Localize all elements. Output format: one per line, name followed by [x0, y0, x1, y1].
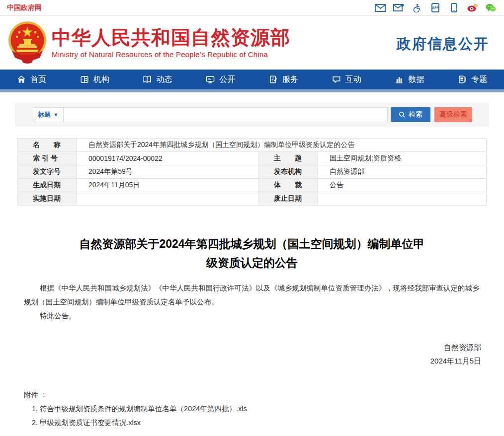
ministry-title-en: Ministry of Natural Resources of the Peo…	[52, 50, 290, 59]
search-field-selector[interactable]: 标题 ▼	[33, 107, 64, 122]
interact-icon	[332, 75, 341, 84]
attachment-link[interactable]: 1. 符合甲级规划资质条件的规划编制单位名单（2024年第四批）.xls	[32, 402, 480, 416]
app-icon[interactable]: APP	[430, 3, 441, 13]
home-icon	[17, 75, 26, 84]
signature-date: 2024年11月5日	[0, 354, 481, 367]
meta-value-effective	[77, 192, 259, 206]
mail-icon[interactable]	[375, 3, 386, 13]
signature-block: 自然资源部 2024年11月5日	[0, 341, 481, 367]
nav-item-disclosure[interactable]: 公开	[189, 70, 252, 89]
nav-item-org[interactable]: 机构	[63, 70, 126, 89]
document-metadata-table: 名 称 自然资源部关于2024年第四批城乡规划（国土空间规划）编制单位甲级资质认…	[17, 138, 487, 206]
signer-name: 自然资源部	[0, 341, 481, 354]
meta-label-index: 索 引 号	[18, 152, 77, 165]
service-icon	[269, 75, 278, 84]
org-icon	[80, 75, 89, 84]
nav-label: 机构	[93, 74, 109, 85]
search-input[interactable]	[64, 107, 388, 122]
nav-label: 服务	[282, 74, 298, 85]
article-paragraph: 根据《中华人民共和国城乡规划法》《中华人民共和国行政许可法》以及《城乡规划编制单…	[24, 281, 480, 309]
weibo-icon[interactable]	[467, 3, 478, 13]
article-closing-line: 特此公告。	[24, 309, 480, 323]
search-button-label: 检索	[409, 110, 422, 119]
meta-label-name: 名 称	[18, 139, 77, 152]
disclosure-icon	[206, 75, 215, 84]
table-row: 索 引 号 000019174/2024-00022 主 题 国土空间规划;资质…	[18, 152, 487, 165]
national-emblem-logo	[6, 20, 49, 66]
data-icon	[395, 75, 404, 84]
meta-label-agency: 发布机构	[259, 165, 318, 179]
meta-value-subject: 国土空间规划;资质资格	[318, 152, 487, 165]
meta-label-effective: 实施日期	[18, 192, 77, 206]
nav-label: 专题	[471, 74, 487, 85]
meta-value-genre: 公告	[318, 179, 487, 192]
accessibility-icon[interactable]	[412, 3, 422, 13]
ministry-title-cn: 中华人民共和国自然资源部	[52, 27, 290, 49]
svg-text:APP: APP	[432, 6, 439, 9]
search-bar: 标题 ▼ 检索 高级检索	[15, 103, 489, 127]
meta-value-repeal	[318, 192, 487, 206]
main-nav: 首页 机构 动态 公开 服务 互动 数据 专题	[0, 70, 504, 89]
nav-label: 公开	[219, 74, 235, 85]
top-bar: 中国政府网 APP	[0, 0, 504, 16]
top-icon-row: APP	[375, 3, 496, 13]
table-row: 发文字号 2024年第59号 发布机构 自然资源部	[18, 165, 487, 179]
table-row: 实施日期 废止日期	[18, 192, 487, 206]
nav-label: 互动	[345, 74, 361, 85]
table-row: 名 称 自然资源部关于2024年第四批城乡规划（国土空间规划）编制单位甲级资质认…	[18, 139, 487, 152]
advanced-search-button[interactable]: 高级检索	[434, 107, 472, 122]
table-row: 生成日期 2024年11月05日 体 裁 公告	[18, 179, 487, 192]
search-icon	[399, 111, 406, 118]
nav-item-data[interactable]: 数据	[378, 70, 441, 89]
meta-value-index: 000019174/2024-00022	[77, 152, 259, 165]
wechat-icon[interactable]	[485, 3, 496, 13]
meta-value-agency: 自然资源部	[318, 165, 487, 179]
article-title: 自然资源部关于2024年第四批城乡规划（国土空间规划）编制单位甲级资质认定的公告	[78, 234, 426, 272]
meta-label-docnum: 发文字号	[18, 165, 77, 179]
mobile-icon[interactable]	[448, 3, 459, 13]
chevron-down-icon: ▼	[53, 112, 59, 118]
meta-value-docnum: 2024年第59号	[77, 165, 259, 179]
topics-icon	[458, 75, 467, 84]
nav-label: 首页	[30, 74, 46, 85]
nav-label: 数据	[408, 74, 424, 85]
nav-item-service[interactable]: 服务	[252, 70, 315, 89]
meta-label-genre: 体 裁	[259, 179, 318, 192]
article-body: 根据《中华人民共和国城乡规划法》《中华人民共和国行政许可法》以及《城乡规划编制单…	[0, 281, 504, 430]
meta-value-created: 2024年11月05日	[77, 179, 259, 192]
brand-text: 中华人民共和国自然资源部 Ministry of Natural Resourc…	[52, 27, 290, 59]
nav-item-topics[interactable]: 专题	[441, 70, 504, 89]
meta-label-subject: 主 题	[259, 152, 318, 165]
page-title: 政府信息公开	[397, 34, 489, 54]
attachment-link[interactable]: 2. 甲级规划资质证书变更情况.xlsx	[32, 416, 480, 430]
nav-item-news[interactable]: 动态	[126, 70, 189, 89]
nav-underline-strip	[0, 89, 504, 92]
meta-label-created: 生成日期	[18, 179, 77, 192]
nav-item-home[interactable]: 首页	[0, 70, 63, 89]
gov-site-link[interactable]: 中国政府网	[7, 3, 42, 12]
site-header: 中华人民共和国自然资源部 Ministry of Natural Resourc…	[0, 16, 504, 70]
search-field-selector-value: 标题	[38, 110, 51, 119]
nav-label: 动态	[156, 74, 172, 85]
search-button[interactable]: 检索	[391, 107, 430, 122]
attachments-label: 附件 ：	[24, 388, 480, 402]
attachments-section: 附件 ： 1. 符合甲级规划资质条件的规划编制单位名单（2024年第四批）.xl…	[24, 388, 480, 430]
meta-value-name: 自然资源部关于2024年第四批城乡规划（国土空间规划）编制单位甲级资质认定的公告	[77, 139, 487, 152]
mail-subscribe-icon[interactable]	[393, 3, 404, 13]
nav-item-interact[interactable]: 互动	[315, 70, 378, 89]
meta-label-repeal: 废止日期	[259, 192, 318, 206]
news-icon	[143, 75, 152, 84]
